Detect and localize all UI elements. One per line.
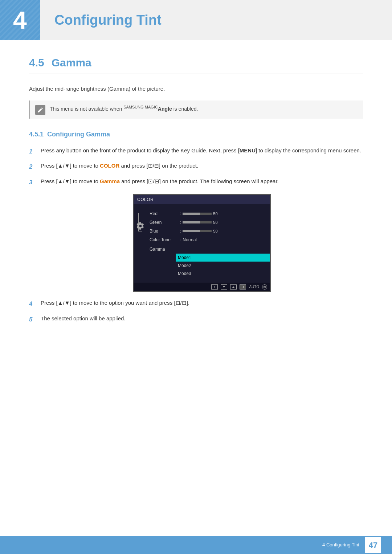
samsung-magic-text: SAMSUNG MAGIC (123, 105, 158, 109)
menu-row-gamma: Gamma (147, 245, 270, 254)
step-4-num: 4 (29, 299, 36, 309)
menu-row-green: Green : 50 (147, 218, 270, 227)
section-number: 4.5 (29, 57, 44, 69)
step-5-num: 5 (29, 315, 36, 324)
blue-bar: 50 (183, 228, 217, 234)
subsection-heading: 4.5.1 Configuring Gamma (29, 130, 363, 139)
red-value: 50 (213, 211, 217, 217)
step-5: 5 The selected option will be applied. (29, 315, 363, 324)
subsection-number: 4.5.1 (29, 131, 44, 138)
menu-row-red: Red : 50 (147, 209, 270, 218)
nav-down-icon (221, 284, 227, 290)
note-icon (35, 105, 45, 115)
section-heading: 4.5Gamma (29, 54, 363, 74)
chapter-number-block: 4 (0, 0, 40, 40)
footer-page-number: 47 (365, 537, 381, 553)
section-title: Gamma (52, 57, 91, 69)
gamma-menu-ref: Gamma (100, 178, 120, 184)
step-3-num: 3 (29, 178, 36, 187)
menu-row-blue: Blue : 50 (147, 227, 270, 235)
steps-list: 1 Press any button on the front of the p… (29, 147, 363, 187)
chapter-title: Configuring Tint (40, 0, 162, 40)
green-value: 50 (213, 219, 217, 226)
screen-nav-bar: AUTO (134, 283, 270, 291)
red-label: Red (150, 210, 179, 217)
steps-list-2: 4 Press [▲/▼] to move to the option you … (29, 299, 363, 324)
screen-mockup: COLOR Red : (133, 194, 271, 292)
footer-chapter-ref: 4 Configuring Tint (322, 541, 359, 549)
green-label: Green (150, 219, 179, 226)
color-menu-ref: COLOR (100, 163, 119, 169)
nav-power-icon (262, 284, 267, 290)
subsection-title: Configuring Gamma (47, 131, 110, 138)
angle-link: Angle (158, 106, 172, 111)
blue-label: Blue (150, 228, 179, 234)
chapter-header: 4 Configuring Tint (0, 0, 392, 40)
step-1-num: 1 (29, 147, 36, 156)
step-2-text: Press [▲/▼] to move to COLOR and press [… (41, 162, 363, 170)
green-bar: 50 (183, 219, 217, 226)
step-1: 1 Press any button on the front of the p… (29, 147, 363, 156)
svg-marker-2 (232, 286, 234, 288)
step-5-text: The selected option will be applied. (41, 315, 363, 323)
nav-up-icon (230, 284, 237, 290)
gamma-options: Mode1 Mode2 Mode3 (176, 254, 270, 278)
note-box: This menu is not available when SAMSUNG … (29, 100, 363, 119)
nav-enter-icon (240, 284, 246, 290)
gamma-option-mode2: Mode2 (176, 262, 270, 270)
menu-row-color-tone: Color Tone : Normal (147, 235, 270, 244)
red-bar: 50 (183, 211, 217, 217)
step-3-text: Press [▲/▼] to move to Gamma and press [… (41, 177, 363, 186)
step-1-text: Press any button on the front of the pro… (41, 147, 363, 155)
blue-value: 50 (213, 228, 217, 234)
gamma-label: Gamma (150, 246, 179, 253)
step-4-text: Press [▲/▼] to move to the option you wa… (41, 299, 363, 307)
gamma-option-mode3: Mode3 (176, 270, 270, 278)
nav-left-icon (211, 284, 218, 290)
page-footer: 4 Configuring Tint 47 (0, 536, 392, 554)
nav-auto-label: AUTO (249, 284, 259, 290)
step-3: 3 Press [▲/▼] to move to Gamma and press… (29, 177, 363, 187)
screen-body: Red : 50 Green : 50 (134, 204, 270, 283)
screen-container: COLOR Red : (41, 194, 363, 292)
step-2-num: 2 (29, 162, 36, 172)
svg-marker-1 (223, 286, 225, 288)
color-tone-label: Color Tone (150, 237, 179, 243)
step-4: 4 Press [▲/▼] to move to the option you … (29, 299, 363, 309)
screen-title-bar: COLOR (134, 195, 270, 204)
note-pencil-icon (37, 107, 44, 113)
menu-key: MENU (240, 147, 256, 153)
svg-marker-0 (214, 286, 215, 288)
color-tone-value: Normal (183, 237, 197, 243)
screen-menu-items: Red : 50 Green : 50 (147, 208, 270, 279)
main-content: 4.5Gamma Adjust the mid-range brightness… (0, 54, 392, 366)
chapter-number: 4 (13, 8, 27, 32)
screen-gear-icon (136, 222, 144, 233)
screen-left-icons (134, 208, 147, 279)
gamma-option-mode1: Mode1 (176, 254, 270, 262)
step-2: 2 Press [▲/▼] to move to COLOR and press… (29, 162, 363, 172)
note-text: This menu is not available when SAMSUNG … (50, 104, 198, 113)
section-description: Adjust the mid-range brightness (Gamma) … (29, 85, 363, 93)
